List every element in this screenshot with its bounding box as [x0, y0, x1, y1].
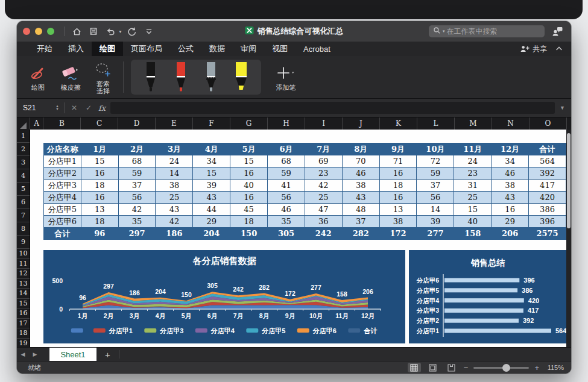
- table-cell[interactable]: 417: [529, 180, 566, 192]
- table-cell[interactable]: 396: [529, 216, 566, 228]
- table-cell[interactable]: 31: [454, 180, 492, 192]
- table-cell[interactable]: 14: [156, 168, 193, 180]
- table-cell[interactable]: 13: [379, 204, 417, 216]
- ribbon-tab-7[interactable]: 视图: [264, 42, 296, 56]
- table-cell[interactable]: 37: [342, 216, 379, 228]
- ribbon-tab-4[interactable]: 公式: [170, 42, 201, 56]
- zoom-slider-thumb[interactable]: [502, 364, 510, 372]
- table-cell[interactable]: 4月: [193, 143, 230, 155]
- row-header-18[interactable]: 18: [17, 328, 30, 339]
- table-cell[interactable]: 392: [529, 168, 566, 180]
- table-cell[interactable]: 34: [193, 155, 230, 168]
- table-cell[interactable]: 37: [118, 180, 156, 192]
- table-cell[interactable]: 38: [156, 180, 193, 192]
- table-cell[interactable]: 29: [492, 216, 529, 228]
- row-header-16[interactable]: 16: [17, 308, 30, 319]
- ribbon-tab-0[interactable]: 开始: [29, 42, 60, 56]
- prev-sheet-icon[interactable]: ◀: [17, 351, 29, 357]
- table-cell[interactable]: 24: [156, 155, 193, 168]
- formula-bar-expand-caret[interactable]: ▼: [560, 105, 565, 111]
- select-all-corner[interactable]: [17, 117, 30, 130]
- name-box[interactable]: S21 ▲▼: [23, 104, 59, 112]
- table-cell[interactable]: 15: [81, 155, 118, 168]
- table-cell[interactable]: 分店名称: [44, 143, 81, 155]
- table-cell[interactable]: 15: [454, 204, 492, 216]
- table-cell[interactable]: 35: [118, 216, 156, 228]
- table-cell[interactable]: 16: [492, 204, 529, 216]
- vertical-scrollbar-thumb[interactable]: [567, 133, 571, 228]
- table-cell[interactable]: 分店甲3: [44, 180, 81, 192]
- column-header-I[interactable]: I: [305, 117, 343, 130]
- table-cell[interactable]: 分店甲2: [44, 168, 81, 180]
- table-cell[interactable]: 11月: [454, 143, 492, 155]
- draw-tool-button[interactable]: 绘图: [25, 63, 51, 91]
- pen-yellow-highlighter[interactable]: [231, 61, 251, 93]
- table-cell[interactable]: 8月: [342, 143, 379, 155]
- minimize-window-button[interactable]: [35, 28, 42, 35]
- table-cell[interactable]: 18: [81, 216, 118, 228]
- table-cell[interactable]: 38: [342, 180, 379, 192]
- row-header-14[interactable]: 14: [17, 289, 30, 299]
- table-cell[interactable]: 分店甲1: [44, 155, 81, 168]
- row-header-2[interactable]: 2: [17, 143, 30, 156]
- vertical-scrollbar[interactable]: [566, 130, 571, 347]
- pen-black-marker[interactable]: [141, 61, 161, 93]
- ribbon-tab-5[interactable]: 数据: [201, 42, 233, 56]
- bar-chart-object[interactable]: 销售总结 分店甲6 396分店甲5 386分店甲4 420分店甲3 417分店甲…: [409, 250, 566, 343]
- normal-view-icon[interactable]: [408, 363, 421, 372]
- table-cell[interactable]: 56: [417, 192, 454, 204]
- table-cell[interactable]: 204: [193, 228, 230, 240]
- table-cell[interactable]: 43: [492, 192, 529, 204]
- add-pen-button[interactable]: 添加笔: [273, 63, 299, 91]
- table-cell[interactable]: 172: [379, 228, 417, 240]
- table-cell[interactable]: 72: [417, 155, 454, 168]
- table-cell[interactable]: 1月: [81, 143, 118, 155]
- table-cell[interactable]: 48: [342, 204, 379, 216]
- row-header-1[interactable]: 1: [17, 130, 30, 143]
- table-cell[interactable]: 合计: [529, 143, 566, 155]
- sheet-canvas[interactable]: 分店名称1月2月3月4月5月6月7月8月9月10月11月12月合计分店甲1156…: [30, 130, 566, 347]
- search-scope-caret[interactable]: ▾: [443, 29, 445, 34]
- table-cell[interactable]: 39: [193, 180, 230, 192]
- zoom-window-button[interactable]: [47, 28, 54, 35]
- table-cell[interactable]: 分店甲5: [44, 204, 81, 216]
- row-header-19[interactable]: 19: [17, 339, 30, 348]
- column-header-K[interactable]: K: [380, 117, 417, 130]
- pen-gray-pencil[interactable]: [201, 61, 221, 93]
- row-header-12[interactable]: 12: [17, 269, 30, 279]
- presence-comment-icon[interactable]: [549, 24, 565, 39]
- add-sheet-button[interactable]: +: [105, 349, 110, 360]
- close-window-button[interactable]: [23, 28, 30, 35]
- table-cell[interactable]: 37: [417, 180, 454, 192]
- table-cell[interactable]: 59: [268, 168, 305, 180]
- ribbon-tab-6[interactable]: 审阅: [233, 42, 264, 56]
- row-header-11[interactable]: 11: [17, 259, 30, 269]
- row-header-7[interactable]: 7: [17, 209, 30, 222]
- table-cell[interactable]: 68: [118, 155, 156, 168]
- table-cell[interactable]: 71: [379, 155, 417, 168]
- table-cell[interactable]: 45: [230, 204, 268, 216]
- row-header-17[interactable]: 17: [17, 319, 30, 329]
- column-header-L[interactable]: L: [417, 117, 455, 130]
- table-cell[interactable]: 43: [342, 192, 379, 204]
- customize-toolbar-icon[interactable]: [142, 24, 156, 39]
- ribbon-tab-3[interactable]: 页面布局: [123, 42, 170, 56]
- table-cell[interactable]: 分店甲4: [44, 192, 81, 204]
- table-cell[interactable]: 40: [230, 180, 268, 192]
- table-cell[interactable]: 59: [118, 168, 156, 180]
- next-sheet-icon[interactable]: ▶: [29, 351, 41, 357]
- table-cell[interactable]: 68: [268, 155, 305, 168]
- row-header-4[interactable]: 4: [17, 169, 30, 183]
- table-cell[interactable]: 69: [305, 155, 342, 168]
- table-cell[interactable]: 6月: [268, 143, 305, 155]
- row-header-10[interactable]: 10: [17, 249, 30, 259]
- column-header-F[interactable]: F: [193, 117, 230, 130]
- ribbon-tab-2[interactable]: 绘图: [92, 42, 123, 56]
- table-cell[interactable]: 42: [118, 204, 156, 216]
- table-cell[interactable]: 25: [305, 192, 342, 204]
- share-button[interactable]: 共享: [520, 44, 547, 54]
- table-cell[interactable]: 25: [454, 192, 492, 204]
- name-box-spinner-icon[interactable]: ▲▼: [55, 105, 59, 111]
- table-cell[interactable]: 43: [193, 192, 230, 204]
- zoom-in-button[interactable]: +: [534, 363, 539, 372]
